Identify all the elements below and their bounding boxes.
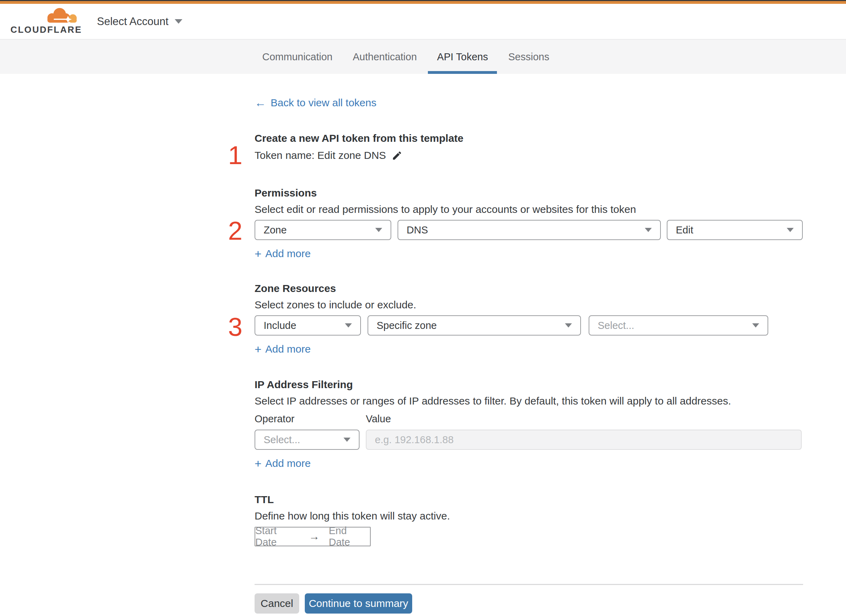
chevron-down-icon: [787, 228, 794, 232]
zone-resources-row: Include Specific zone Select...: [255, 315, 803, 336]
ip-filtering-title: IP Address Filtering: [255, 378, 803, 391]
ip-filtering-grid: Operator Value Select...: [255, 413, 803, 450]
cloudflare-logo[interactable]: CLOUDFLARE: [10, 8, 78, 35]
main-content: ← Back to view all tokens 1 Create a new…: [255, 97, 803, 613]
ttl-date-range-picker[interactable]: Start Date → End Date: [255, 527, 371, 546]
cancel-button[interactable]: Cancel: [255, 593, 299, 613]
section-ip-filtering: IP Address Filtering Select IP addresses…: [255, 378, 803, 469]
account-selector-label: Select Account: [97, 15, 168, 28]
back-link-label: Back to view all tokens: [271, 97, 376, 109]
ttl-title: TTL: [255, 493, 803, 506]
permissions-description: Select edit or read permissions to apply…: [255, 203, 803, 216]
tab-bar: Communication Authentication API Tokens …: [0, 39, 846, 74]
ttl-description: Define how long this token will stay act…: [255, 510, 803, 522]
chevron-down-icon: [375, 228, 382, 232]
tab-communication[interactable]: Communication: [253, 40, 341, 74]
chevron-down-icon: [175, 19, 182, 24]
zone-scope-select[interactable]: Specific zone: [368, 315, 581, 336]
section-permissions: 2 Permissions Select edit or read permis…: [255, 186, 803, 260]
tab-label: Sessions: [508, 51, 549, 63]
create-token-title: Create a new API token from this templat…: [255, 132, 803, 145]
plus-icon: +: [255, 248, 262, 259]
section-ttl: TTL Define how long this token will stay…: [255, 493, 803, 546]
tab-label: Communication: [262, 51, 333, 63]
back-to-tokens-link[interactable]: ← Back to view all tokens: [255, 97, 376, 109]
select-value: Include: [263, 320, 296, 331]
select-value: Edit: [676, 224, 693, 236]
add-more-label: Add more: [265, 458, 311, 469]
section-token-name: 1 Create a new API token from this templ…: [255, 132, 803, 162]
header: CLOUDFLARE Select Account: [0, 4, 846, 39]
edit-pencil-icon[interactable]: [391, 150, 402, 161]
tab-api-tokens[interactable]: API Tokens: [428, 40, 497, 74]
chevron-down-icon: [343, 438, 350, 442]
tab-label: API Tokens: [437, 51, 488, 63]
zone-resources-add-more-link[interactable]: + Add more: [255, 343, 311, 355]
step-number-2: 2: [228, 219, 242, 243]
zone-resources-description: Select zones to include or exclude.: [255, 299, 803, 311]
end-date-placeholder: End Date: [329, 525, 370, 548]
plus-icon: +: [255, 458, 262, 469]
permissions-title: Permissions: [255, 186, 803, 199]
permissions-row: Zone DNS Edit: [255, 220, 803, 240]
brand-accent-bar: [0, 1, 846, 4]
add-more-label: Add more: [265, 343, 311, 355]
permission-scope-select[interactable]: Zone: [255, 220, 391, 240]
add-more-label: Add more: [265, 248, 311, 260]
tab-sessions[interactable]: Sessions: [499, 40, 558, 74]
start-date-placeholder: Start Date: [255, 525, 300, 548]
ip-filtering-add-more-link[interactable]: + Add more: [255, 458, 311, 469]
zone-resources-title: Zone Resources: [255, 282, 803, 295]
permission-level-select[interactable]: Edit: [667, 220, 803, 240]
zone-include-exclude-select[interactable]: Include: [255, 315, 361, 336]
permissions-add-more-link[interactable]: + Add more: [255, 248, 311, 260]
chevron-down-icon: [645, 228, 652, 232]
account-selector[interactable]: Select Account: [97, 15, 182, 28]
ip-filtering-description: Select IP addresses or ranges of IP addr…: [255, 395, 803, 407]
step-number-3: 3: [228, 315, 242, 339]
cloudflare-cloud-icon: [45, 8, 78, 23]
select-value: DNS: [407, 224, 428, 236]
chevron-down-icon: [345, 323, 352, 327]
plus-icon: +: [255, 344, 262, 354]
select-value: Specific zone: [377, 320, 437, 331]
ip-operator-select[interactable]: Select...: [255, 430, 359, 450]
continue-to-summary-button[interactable]: Continue to summary: [305, 593, 412, 613]
select-placeholder: Select...: [263, 434, 300, 446]
tab-label: Authentication: [353, 51, 417, 63]
value-label: Value: [366, 413, 802, 425]
left-arrow-icon: ←: [255, 97, 266, 109]
cloudflare-logo-text: CLOUDFLARE: [10, 24, 78, 35]
step-number-1: 1: [228, 143, 242, 167]
ip-value-input[interactable]: [366, 430, 802, 450]
token-name-line: Token name: Edit zone DNS: [255, 149, 803, 162]
chevron-down-icon: [752, 323, 759, 327]
tab-authentication[interactable]: Authentication: [343, 40, 426, 74]
token-name-text: Token name: Edit zone DNS: [255, 149, 386, 162]
section-zone-resources: 3 Zone Resources Select zones to include…: [255, 282, 803, 355]
zone-picker-select[interactable]: Select...: [589, 315, 768, 336]
footer-divider: [255, 584, 803, 585]
select-placeholder: Select...: [598, 320, 634, 331]
select-value: Zone: [263, 224, 287, 236]
permission-type-select[interactable]: DNS: [397, 220, 661, 240]
operator-label: Operator: [255, 413, 359, 425]
chevron-down-icon: [565, 323, 572, 327]
right-arrow-icon: →: [309, 530, 320, 543]
footer-actions: Cancel Continue to summary: [255, 593, 803, 613]
